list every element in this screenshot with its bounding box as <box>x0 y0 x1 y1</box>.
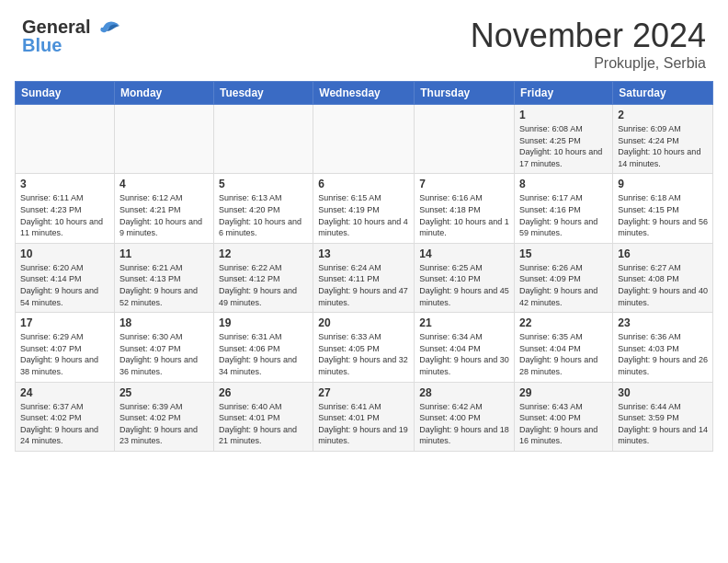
calendar-day-cell: 11Sunrise: 6:21 AM Sunset: 4:13 PM Dayli… <box>114 243 213 312</box>
day-info: Sunrise: 6:43 AM Sunset: 4:00 PM Dayligh… <box>519 401 608 447</box>
calendar-table: SundayMondayTuesdayWednesdayThursdayFrid… <box>15 81 713 452</box>
day-number: 27 <box>318 386 409 399</box>
day-number: 20 <box>318 316 409 329</box>
day-info: Sunrise: 6:16 AM Sunset: 4:18 PM Dayligh… <box>419 192 509 238</box>
day-number: 16 <box>618 247 708 260</box>
day-number: 4 <box>119 178 209 190</box>
day-number: 6 <box>318 178 409 190</box>
day-number: 17 <box>20 316 109 329</box>
calendar-day-cell: 2Sunrise: 6:09 AM Sunset: 4:24 PM Daylig… <box>613 105 713 174</box>
calendar-day-cell: 25Sunrise: 6:39 AM Sunset: 4:02 PM Dayli… <box>114 382 213 451</box>
day-number: 26 <box>219 386 308 399</box>
calendar-week-row: 1Sunrise: 6:08 AM Sunset: 4:25 PM Daylig… <box>16 105 713 174</box>
calendar-day-cell: 17Sunrise: 6:29 AM Sunset: 4:07 PM Dayli… <box>16 313 115 382</box>
calendar-day-cell: 20Sunrise: 6:33 AM Sunset: 4:05 PM Dayli… <box>313 313 415 382</box>
location-subtitle: Prokuplje, Serbia <box>471 55 706 72</box>
calendar-header-cell: Monday <box>114 82 213 105</box>
calendar-day-cell: 29Sunrise: 6:43 AM Sunset: 4:00 PM Dayli… <box>515 382 613 451</box>
day-info: Sunrise: 6:18 AM Sunset: 4:15 PM Dayligh… <box>618 192 708 238</box>
calendar-day-cell: 16Sunrise: 6:27 AM Sunset: 4:08 PM Dayli… <box>613 243 713 312</box>
calendar-header-cell: Tuesday <box>213 82 313 105</box>
calendar-header-cell: Saturday <box>613 82 713 105</box>
calendar-day-cell: 3Sunrise: 6:11 AM Sunset: 4:23 PM Daylig… <box>16 174 115 243</box>
calendar-day-cell <box>415 105 515 174</box>
day-number: 19 <box>219 316 308 329</box>
calendar-header-cell: Friday <box>515 82 613 105</box>
logo: General Blue <box>22 17 121 55</box>
day-info: Sunrise: 6:27 AM Sunset: 4:08 PM Dayligh… <box>618 262 708 308</box>
day-info: Sunrise: 6:31 AM Sunset: 4:06 PM Dayligh… <box>219 331 308 377</box>
day-number: 5 <box>219 178 308 190</box>
day-number: 28 <box>419 386 509 399</box>
day-info: Sunrise: 6:11 AM Sunset: 4:23 PM Dayligh… <box>20 192 109 238</box>
calendar-day-cell: 27Sunrise: 6:41 AM Sunset: 4:01 PM Dayli… <box>313 382 415 451</box>
day-info: Sunrise: 6:22 AM Sunset: 4:12 PM Dayligh… <box>219 262 308 308</box>
day-number: 13 <box>318 247 409 260</box>
calendar-wrapper: SundayMondayTuesdayWednesdayThursdayFrid… <box>0 81 728 452</box>
calendar-week-row: 17Sunrise: 6:29 AM Sunset: 4:07 PM Dayli… <box>16 313 713 382</box>
calendar-day-cell: 18Sunrise: 6:30 AM Sunset: 4:07 PM Dayli… <box>114 313 213 382</box>
calendar-day-cell: 9Sunrise: 6:18 AM Sunset: 4:15 PM Daylig… <box>613 174 713 243</box>
calendar-day-cell <box>213 105 313 174</box>
calendar-day-cell: 28Sunrise: 6:42 AM Sunset: 4:00 PM Dayli… <box>415 382 515 451</box>
calendar-day-cell <box>16 105 115 174</box>
title-block: November 2024 Prokuplje, Serbia <box>471 17 706 72</box>
day-info: Sunrise: 6:09 AM Sunset: 4:24 PM Dayligh… <box>618 123 708 169</box>
day-number: 8 <box>519 178 608 190</box>
day-number: 14 <box>419 247 509 260</box>
day-info: Sunrise: 6:34 AM Sunset: 4:04 PM Dayligh… <box>419 331 509 377</box>
day-info: Sunrise: 6:39 AM Sunset: 4:02 PM Dayligh… <box>119 401 209 447</box>
day-number: 9 <box>618 178 708 190</box>
day-info: Sunrise: 6:36 AM Sunset: 4:03 PM Dayligh… <box>618 331 708 377</box>
calendar-body: 1Sunrise: 6:08 AM Sunset: 4:25 PM Daylig… <box>16 105 713 452</box>
day-info: Sunrise: 6:25 AM Sunset: 4:10 PM Dayligh… <box>419 262 509 308</box>
calendar-week-row: 3Sunrise: 6:11 AM Sunset: 4:23 PM Daylig… <box>16 174 713 243</box>
calendar-day-cell: 5Sunrise: 6:13 AM Sunset: 4:20 PM Daylig… <box>213 174 313 243</box>
calendar-day-cell: 6Sunrise: 6:15 AM Sunset: 4:19 PM Daylig… <box>313 174 415 243</box>
day-number: 1 <box>519 109 608 121</box>
calendar-day-cell: 23Sunrise: 6:36 AM Sunset: 4:03 PM Dayli… <box>613 313 713 382</box>
day-number: 2 <box>618 109 708 121</box>
day-info: Sunrise: 6:21 AM Sunset: 4:13 PM Dayligh… <box>119 262 209 308</box>
day-info: Sunrise: 6:12 AM Sunset: 4:21 PM Dayligh… <box>119 192 209 238</box>
day-info: Sunrise: 6:42 AM Sunset: 4:00 PM Dayligh… <box>419 401 509 447</box>
calendar-day-cell: 10Sunrise: 6:20 AM Sunset: 4:14 PM Dayli… <box>16 243 115 312</box>
day-number: 11 <box>119 247 209 260</box>
calendar-day-cell <box>313 105 415 174</box>
day-info: Sunrise: 6:26 AM Sunset: 4:09 PM Dayligh… <box>519 262 608 308</box>
calendar-day-cell: 1Sunrise: 6:08 AM Sunset: 4:25 PM Daylig… <box>515 105 613 174</box>
day-number: 24 <box>20 386 109 399</box>
day-info: Sunrise: 6:29 AM Sunset: 4:07 PM Dayligh… <box>20 331 109 377</box>
day-info: Sunrise: 6:44 AM Sunset: 3:59 PM Dayligh… <box>618 401 708 447</box>
day-info: Sunrise: 6:30 AM Sunset: 4:07 PM Dayligh… <box>119 331 209 377</box>
calendar-day-cell: 13Sunrise: 6:24 AM Sunset: 4:11 PM Dayli… <box>313 243 415 312</box>
calendar-header-cell: Sunday <box>16 82 115 105</box>
day-number: 29 <box>519 386 608 399</box>
day-info: Sunrise: 6:37 AM Sunset: 4:02 PM Dayligh… <box>20 401 109 447</box>
day-info: Sunrise: 6:15 AM Sunset: 4:19 PM Dayligh… <box>318 192 409 238</box>
day-info: Sunrise: 6:20 AM Sunset: 4:14 PM Dayligh… <box>20 262 109 308</box>
day-info: Sunrise: 6:35 AM Sunset: 4:04 PM Dayligh… <box>519 331 608 377</box>
day-info: Sunrise: 6:41 AM Sunset: 4:01 PM Dayligh… <box>318 401 409 447</box>
day-number: 21 <box>419 316 509 329</box>
calendar-day-cell: 7Sunrise: 6:16 AM Sunset: 4:18 PM Daylig… <box>415 174 515 243</box>
day-number: 22 <box>519 316 608 329</box>
calendar-header-cell: Wednesday <box>313 82 415 105</box>
calendar-day-cell: 14Sunrise: 6:25 AM Sunset: 4:10 PM Dayli… <box>415 243 515 312</box>
calendar-day-cell: 19Sunrise: 6:31 AM Sunset: 4:06 PM Dayli… <box>213 313 313 382</box>
logo-bird-icon <box>97 18 121 39</box>
month-title: November 2024 <box>471 17 706 55</box>
day-number: 30 <box>618 386 708 399</box>
day-info: Sunrise: 6:13 AM Sunset: 4:20 PM Dayligh… <box>219 192 308 238</box>
calendar-header-cell: Thursday <box>415 82 515 105</box>
calendar-day-cell: 8Sunrise: 6:17 AM Sunset: 4:16 PM Daylig… <box>515 174 613 243</box>
day-info: Sunrise: 6:24 AM Sunset: 4:11 PM Dayligh… <box>318 262 409 308</box>
day-number: 3 <box>20 178 109 190</box>
day-info: Sunrise: 6:17 AM Sunset: 4:16 PM Dayligh… <box>519 192 608 238</box>
calendar-week-row: 24Sunrise: 6:37 AM Sunset: 4:02 PM Dayli… <box>16 382 713 451</box>
day-number: 10 <box>20 247 109 260</box>
calendar-day-cell: 22Sunrise: 6:35 AM Sunset: 4:04 PM Dayli… <box>515 313 613 382</box>
day-info: Sunrise: 6:08 AM Sunset: 4:25 PM Dayligh… <box>519 123 608 169</box>
page-container: General Blue November 2024 Prokuplje, Se… <box>0 0 728 452</box>
day-number: 23 <box>618 316 708 329</box>
